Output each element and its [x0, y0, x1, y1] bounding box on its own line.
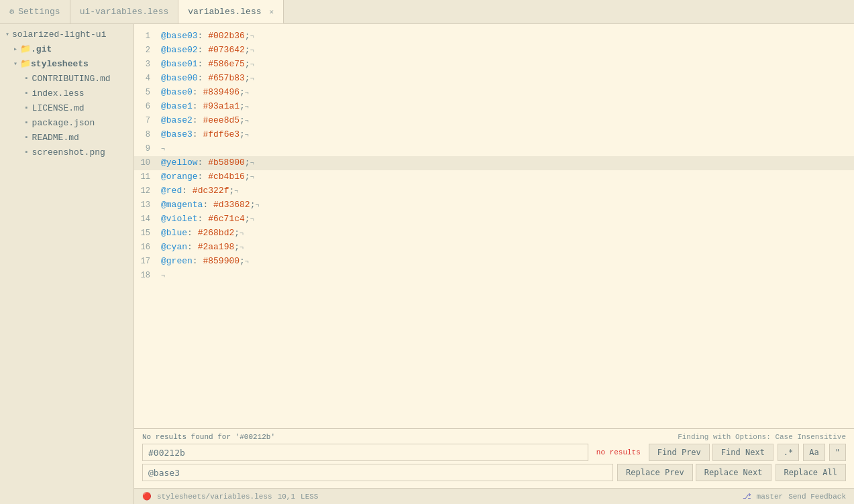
value: #6c71c4: [208, 214, 245, 224]
semicolon: ;: [245, 214, 250, 224]
main-area: ▾ solarized-light-ui ▸ 📁 .git ▾ 📁 styles…: [0, 24, 854, 504]
sidebar-item-label: README.md: [32, 133, 79, 143]
tab-ui-variables[interactable]: ui-variables.less: [70, 0, 179, 23]
replace-prev-button[interactable]: Replace Prev: [617, 464, 693, 481]
value: #2aa198: [198, 242, 235, 252]
colon: :: [187, 228, 198, 238]
sidebar-item-root[interactable]: ▾ solarized-light-ui: [0, 27, 134, 42]
semicolon: ;: [239, 129, 245, 139]
sidebar-item-readme[interactable]: ▪ README.md: [0, 130, 134, 145]
colon: :: [193, 101, 203, 111]
sidebar-item-label: CONTRIBUTING.md: [32, 74, 111, 84]
eol-marker: ¬: [239, 244, 244, 251]
sidebar-item-screenshot[interactable]: ▪ screenshot.png: [0, 145, 134, 160]
line-number: 10: [134, 156, 158, 170]
line-content: @base0: #839496;¬: [158, 86, 854, 100]
var-name: @base03: [161, 31, 198, 41]
replace-btn-group: Replace Prev Replace Next: [617, 464, 771, 481]
status-position: 10,1: [278, 493, 295, 501]
line-content: @orange: #cb4b16;¬: [158, 170, 854, 184]
status-file-icon: 🔴: [142, 492, 152, 501]
sidebar-item-label: LICENSE.md: [32, 103, 85, 113]
regex-option-button[interactable]: .*: [778, 444, 799, 461]
var-name: @base00: [161, 73, 198, 83]
sidebar-item-license[interactable]: ▪ LICENSE.md: [0, 101, 134, 115]
var-name: @base2: [161, 115, 193, 125]
sidebar-item-index-less[interactable]: ▪ index.less: [0, 86, 134, 101]
value: #d33682: [213, 200, 250, 210]
status-file-path: stylesheets/variables.less: [157, 493, 272, 501]
var-name: @base3: [161, 129, 193, 139]
colon: :: [198, 59, 209, 69]
editor-area: 1@base03: #002b36;¬2@base02: #073642;¬3@…: [134, 24, 854, 504]
sidebar-item-git[interactable]: ▸ 📁 .git: [0, 42, 134, 56]
line-content: @base00: #657b83;¬: [158, 72, 854, 86]
line-number: 13: [134, 198, 158, 212]
find-input[interactable]: [142, 444, 588, 461]
replace-all-button[interactable]: Replace All: [776, 464, 846, 481]
line-content: @base02: #073642;¬: [158, 44, 854, 58]
code-line: 1@base03: #002b36;¬: [134, 29, 854, 44]
whole-word-option-button[interactable]: ": [829, 444, 846, 461]
value: #586e75: [208, 59, 245, 69]
line-content: ¬: [158, 142, 854, 156]
eol-marker: ¬: [161, 145, 165, 153]
folder-icon: 📁: [20, 44, 31, 54]
send-feedback-link[interactable]: Send Feedback: [788, 493, 846, 501]
sidebar-item-stylesheets[interactable]: ▾ 📁 stylesheets: [0, 56, 134, 71]
sidebar-item-package-json[interactable]: ▪ package.json: [0, 115, 134, 130]
semicolon: ;: [234, 228, 239, 238]
file-icon: ▪: [24, 148, 29, 156]
find-status-text: No results found for '#00212b': [142, 433, 275, 441]
status-left: 🔴 stylesheets/variables.less 10,1 LESS: [142, 492, 318, 501]
file-icon: ▪: [24, 104, 29, 112]
line-number: 7: [134, 114, 158, 127]
find-next-button[interactable]: Find Next: [712, 444, 773, 461]
status-bar: 🔴 stylesheets/variables.less 10,1 LESS ⎇…: [134, 488, 854, 504]
line-number: 5: [134, 86, 158, 99]
find-replace-panel: No results found for '#00212b' Finding w…: [134, 428, 854, 488]
colon: :: [187, 242, 198, 252]
code-line: 6@base1: #93a1a1;¬: [134, 100, 854, 114]
case-option-button[interactable]: Aa: [803, 444, 824, 461]
colon: :: [198, 158, 209, 168]
finding-options: Finding with Options: Case Insensitive: [678, 433, 846, 441]
colon: :: [203, 200, 213, 210]
replace-input[interactable]: [142, 464, 613, 481]
eol-marker: ¬: [250, 160, 254, 167]
line-number: 16: [134, 241, 158, 254]
folder-icon: 📁: [20, 58, 31, 69]
semicolon: ;: [245, 172, 250, 182]
value: #859900: [203, 256, 239, 266]
eol-marker: ¬: [250, 216, 254, 223]
replace-next-button[interactable]: Replace Next: [696, 464, 771, 481]
find-row: no results Find Prev Find Next .* Aa ": [142, 444, 846, 461]
sidebar-item-contributing[interactable]: ▪ CONTRIBUTING.md: [0, 71, 134, 86]
semicolon: ;: [245, 59, 250, 69]
semicolon: ;: [245, 158, 250, 168]
line-number: 17: [134, 255, 158, 268]
colon: :: [198, 172, 209, 182]
var-name: @violet: [161, 214, 198, 224]
replace-row: Replace Prev Replace Next Replace All: [142, 464, 846, 481]
code-line: 11@orange: #cb4b16;¬: [134, 170, 854, 184]
tab-settings[interactable]: ⚙ Settings: [0, 0, 70, 23]
line-number: 14: [134, 212, 158, 226]
tab-variables[interactable]: variables.less ✕: [178, 0, 284, 23]
value: #eee8d5: [203, 115, 239, 125]
tab-close-icon[interactable]: ✕: [270, 7, 274, 16]
code-line: 9¬: [134, 142, 854, 156]
code-editor[interactable]: 1@base03: #002b36;¬2@base02: #073642;¬3@…: [134, 24, 854, 428]
sidebar: ▾ solarized-light-ui ▸ 📁 .git ▾ 📁 styles…: [0, 24, 134, 504]
status-language: LESS: [301, 493, 318, 501]
find-prev-button[interactable]: Find Prev: [649, 444, 710, 461]
semicolon: ;: [234, 242, 239, 252]
colon: :: [198, 45, 209, 55]
sidebar-item-label: screenshot.png: [32, 147, 105, 158]
line-content: @base01: #586e75;¬: [158, 58, 854, 72]
code-line: 10@yellow: #b58900;¬: [134, 156, 854, 170]
line-number: 8: [134, 128, 158, 141]
find-replace-status: No results found for '#00212b' Finding w…: [142, 433, 846, 441]
value: #b58900: [208, 158, 245, 168]
var-name: @blue: [161, 228, 187, 238]
